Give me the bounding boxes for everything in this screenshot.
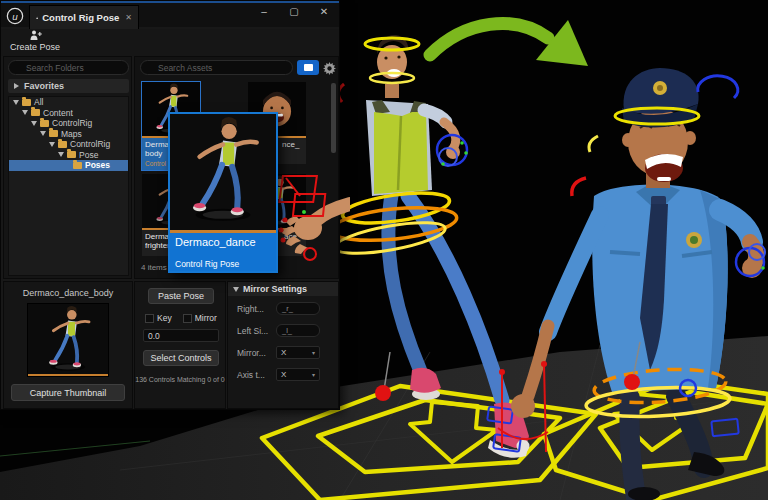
tooltip-thumbnail	[170, 114, 276, 230]
tree-item-pose[interactable]: Pose	[9, 150, 128, 161]
title-bar[interactable]: u Control Rig Pose ✕ – ▢ ✕	[1, 1, 339, 27]
asset-tooltip: Dermaco_dance Control Rig Pose	[168, 112, 278, 273]
screen: u Control Rig Pose ✕ – ▢ ✕	[0, 0, 768, 500]
foot-sphere-gizmo[interactable]	[375, 385, 391, 401]
right-side-field[interactable]: _r_	[276, 302, 320, 315]
select-controls-button[interactable]: Select Controls	[143, 350, 219, 366]
left-side-label: Left Si...	[237, 326, 268, 336]
tree-item-all[interactable]: All	[9, 97, 128, 108]
tooltip-subtitle: Control Rig Pose	[170, 248, 276, 269]
paste-pose-button[interactable]: Paste Pose	[148, 288, 214, 304]
foot-sphere-gizmo[interactable]	[624, 374, 640, 390]
create-pose-button[interactable]: Create Pose	[7, 30, 63, 52]
blend-value-field[interactable]: 0.0	[143, 329, 219, 342]
path-picker-button[interactable]	[297, 60, 319, 75]
tree-item-poses[interactable]: Poses	[9, 160, 128, 171]
key-label: Key	[157, 313, 172, 323]
axis-to-flip-dropdown[interactable]: X ▾	[276, 368, 320, 381]
mirror-checkbox[interactable]	[183, 314, 192, 323]
key-checkbox[interactable]	[145, 314, 154, 323]
chevron-right-icon	[14, 83, 19, 89]
window-toolbar: Create Pose	[1, 29, 339, 56]
folder-icon	[40, 120, 49, 127]
folder-icon	[58, 141, 67, 148]
svg-text:u: u	[12, 11, 18, 22]
pose-name-label: Dermaco_dance_body	[4, 288, 132, 298]
left-side-field[interactable]: _l_	[276, 324, 320, 337]
mirror-settings-panel: Mirror Settings Right... _r_ Left Si... …	[227, 281, 339, 409]
search-folders-input[interactable]	[8, 60, 129, 75]
folder-icon	[304, 64, 313, 71]
asset-type-bar	[28, 374, 108, 376]
tree-item-controlrig[interactable]: ControlRig	[9, 118, 128, 129]
folder-icon	[73, 162, 82, 169]
tooltip-title: Dermaco_dance	[170, 233, 276, 248]
unreal-logo: u	[6, 7, 24, 25]
chevron-down-icon	[13, 100, 19, 105]
folder-icon	[22, 99, 31, 106]
right-side-label: Right...	[237, 304, 264, 314]
close-icon[interactable]: ✕	[317, 6, 331, 17]
assets-scrollbar[interactable]	[331, 83, 336, 153]
chevron-down-icon: ▾	[312, 349, 315, 356]
search-assets-input[interactable]	[140, 60, 293, 75]
create-pose-icon	[29, 30, 42, 41]
tree-item-maps[interactable]: Maps	[9, 129, 128, 140]
capture-thumbnail-button[interactable]: Capture Thumbnail	[11, 384, 125, 401]
maximize-icon[interactable]: ▢	[287, 6, 301, 17]
person-icon	[36, 13, 38, 23]
folder-icon	[67, 151, 76, 158]
controls-matching-status: 136 Controls Matching 0 of 0	[135, 376, 225, 383]
chevron-down-icon	[40, 131, 46, 136]
tree-item-controlrig2[interactable]: ControlRig	[9, 139, 128, 150]
dancer-hand-red-gizmo[interactable]	[276, 168, 350, 268]
pose-tools-panel: Paste Pose Key Mirror 0.0 Select Control…	[134, 281, 226, 409]
favorites-header[interactable]: Favorites	[8, 79, 129, 93]
folders-panel: Favorites All Content ControlRig	[3, 56, 132, 279]
chevron-down-icon: ▾	[312, 371, 315, 378]
folder-icon	[31, 109, 40, 116]
create-pose-label: Create Pose	[10, 42, 60, 52]
tree-item-content[interactable]: Content	[9, 108, 128, 119]
close-tab-icon[interactable]: ✕	[125, 13, 132, 22]
mirror-label: Mirror	[195, 313, 217, 323]
axis-to-flip-label: Axis t...	[237, 370, 265, 380]
tab-control-rig-pose[interactable]: Control Rig Pose ✕	[29, 5, 139, 29]
pose-thumbnail	[27, 303, 109, 377]
folder-icon	[49, 130, 58, 137]
tab-title: Control Rig Pose	[42, 12, 119, 23]
current-pose-panel: Dermaco_dance_body Capture Thumbnail	[3, 281, 133, 409]
mirror-settings-header[interactable]: Mirror Settings	[228, 282, 338, 296]
minimize-icon[interactable]: –	[257, 6, 271, 17]
chevron-down-icon	[58, 152, 64, 157]
mirror-axis-dropdown[interactable]: X ▾	[276, 346, 320, 359]
folder-tree: All Content ControlRig Maps ControlR	[8, 96, 129, 276]
mirror-axis-label: Mirror...	[237, 348, 266, 358]
chevron-down-icon	[31, 121, 37, 126]
gear-icon[interactable]	[323, 62, 336, 75]
chevron-down-icon	[49, 142, 55, 147]
chevron-down-icon	[22, 110, 28, 115]
chevron-down-icon	[233, 287, 239, 292]
